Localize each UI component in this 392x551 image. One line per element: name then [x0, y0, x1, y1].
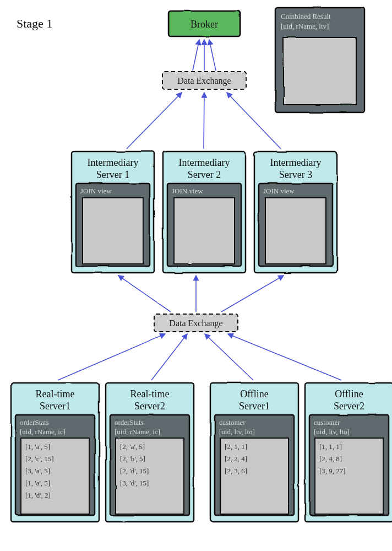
- panel-title-1: customer: [314, 418, 340, 426]
- data-exchange-bottom-label: Data Exchange: [169, 318, 222, 328]
- intermediary-title-1: Intermediary: [179, 157, 230, 168]
- data-row: [2, 'a', 5]: [120, 442, 145, 451]
- data-row: [2, 4, 8]: [319, 455, 342, 463]
- offline-server-2: OfflineServer2customer[uid, ltv, lto][1,…: [305, 383, 392, 522]
- intermediary-title-2: Server 3: [279, 169, 312, 180]
- data-row: [3, 'a', 5]: [25, 467, 50, 475]
- svg-line-23: [221, 276, 284, 312]
- svg-line-25: [151, 334, 187, 380]
- data-row: [2, 3, 6]: [225, 467, 247, 475]
- panel-title-1: orderStats: [115, 418, 144, 426]
- svg-line-21: [118, 276, 171, 312]
- arrows-exch-to-broker: [193, 40, 216, 71]
- server-title-1: Real-time: [130, 388, 170, 399]
- svg-line-24: [58, 334, 165, 380]
- data-row: [3, 'd', 15]: [120, 479, 149, 487]
- arrows-inter-to-exch: [127, 93, 281, 149]
- data-exchange-top-label: Data Exchange: [177, 76, 231, 86]
- data-row: [1, 'd', 2]: [25, 491, 51, 499]
- data-row: [1, 'a', 5]: [25, 442, 50, 451]
- data-row: [2, 2, 4]: [225, 455, 247, 463]
- arrows-servers-to-exch: [58, 334, 341, 380]
- svg-rect-10: [83, 198, 143, 264]
- realtime-server-1: Real-timeServer1orderStats[uid, rName, i…: [11, 383, 99, 522]
- svg-line-19: [227, 93, 281, 149]
- intermediary-title-2: Server 2: [188, 169, 221, 180]
- svg-line-18: [204, 93, 204, 149]
- panel-title-2: [uid, ltv, lto]: [314, 428, 350, 436]
- panel-title-1: customer: [219, 418, 246, 426]
- svg-line-5: [193, 40, 199, 71]
- server-title-1: Offline: [335, 388, 363, 399]
- data-row: [2, 'b', 5]: [120, 455, 145, 463]
- combined-title-2: [uid, rName, ltv]: [281, 22, 329, 30]
- broker-label: Broker: [190, 19, 218, 30]
- intermediary-server-2: IntermediaryServer 2JOIN view: [163, 152, 246, 273]
- server-title-1: Real-time: [36, 388, 75, 399]
- panel-title-2: [uid, rName, ic]: [20, 428, 66, 436]
- join-view-label: JOIN view: [172, 187, 203, 195]
- panel-title-1: orderStats: [20, 418, 49, 426]
- server-title-2: Server2: [334, 401, 364, 412]
- data-row: [1, 'a', 5]: [25, 479, 50, 487]
- data-row: [3, 9, 27]: [319, 467, 346, 475]
- server-title-2: Server1: [239, 401, 270, 412]
- stage-label: Stage 1: [17, 17, 52, 30]
- arrows-exch-to-inter: [118, 276, 284, 312]
- data-row: [2, 1, 1]: [225, 442, 247, 451]
- combined-title-1: Combined Result: [281, 12, 331, 20]
- panel-title-2: [uid, ltv, lto]: [219, 428, 255, 436]
- intermediary-title-1: Intermediary: [270, 157, 322, 168]
- svg-rect-3: [284, 37, 356, 105]
- svg-line-7: [209, 40, 216, 71]
- data-row: [2, 'c', 15]: [25, 455, 54, 463]
- intermediary-title-2: Server 1: [96, 169, 129, 180]
- panel-title-2: [uid, rName, ic]: [115, 428, 160, 436]
- server-title-1: Offline: [240, 388, 269, 399]
- realtime-server-2: Real-timeServer2orderStats[uid, rName, i…: [106, 383, 194, 522]
- intermediary-server-1: IntermediaryServer 1JOIN view: [72, 152, 154, 273]
- join-view-label: JOIN view: [80, 187, 112, 195]
- server-title-2: Server2: [134, 401, 165, 412]
- svg-line-27: [228, 334, 341, 380]
- server-title-2: Server1: [40, 401, 70, 412]
- intermediary-title-1: Intermediary: [88, 157, 139, 168]
- svg-rect-13: [174, 198, 235, 264]
- join-view-label: JOIN view: [263, 187, 295, 195]
- data-row: [2, 'd', 15]: [120, 467, 149, 475]
- svg-line-17: [127, 93, 182, 149]
- svg-rect-16: [265, 198, 326, 264]
- offline-server-1: OfflineServer1customer[uid, ltv, lto][2,…: [210, 383, 298, 522]
- intermediary-server-3: IntermediaryServer 3JOIN view: [254, 152, 337, 273]
- data-row: [1, 1, 1]: [319, 442, 342, 451]
